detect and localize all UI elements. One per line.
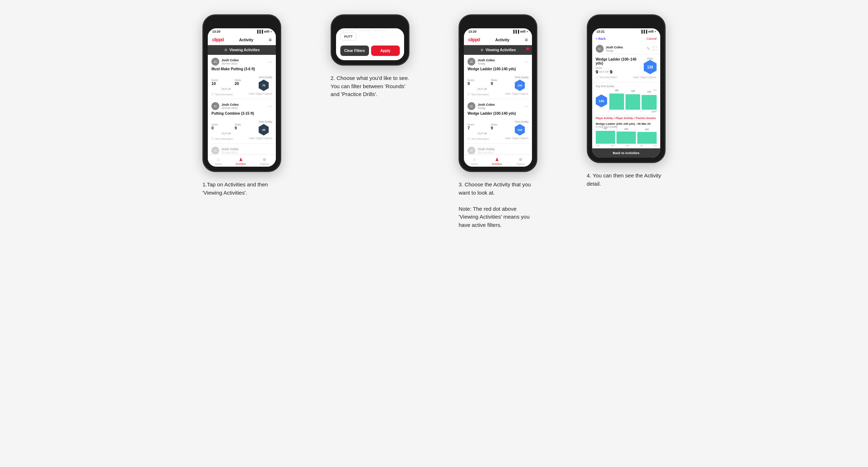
phone-screen-4: 13:21 ▐▐▐ wifi ▪ < Back Cancel JC xyxy=(592,28,660,158)
activity-banner-3[interactable]: ⚙ Viewing Activities xyxy=(464,45,532,55)
score-group-1-1: Score 10 xyxy=(211,79,218,86)
activity-card-3-3[interactable]: JC Josh Coles 28 Feb 2023 xyxy=(464,144,532,154)
detail-nav-4: < Back Cancel xyxy=(592,35,660,43)
user-name-3-3: Josh Coles xyxy=(478,147,495,151)
bottom-nav-3: ⌂ Home ♟ Activities ⊕ Capture xyxy=(464,154,532,167)
shots-group-1-2: Shots 9 xyxy=(235,123,241,130)
apply-button[interactable]: Apply xyxy=(371,46,400,56)
detail-chart-area-4: Avg Shot Quality 130 130 132 xyxy=(592,83,660,115)
bottom-nav-home-3[interactable]: ⌂ Home xyxy=(471,157,478,165)
activity-card-1-2[interactable]: JC Josh Coles 28 Feb 2023 ··· Putting Co… xyxy=(208,99,276,144)
bottom-nav-1: ⌂ Home ♟ Activities ⊕ Capture xyxy=(208,154,276,167)
phone-col-2: 13:21 ▐▐▐ wifi ▪ clippd Activity ≡ xyxy=(311,14,429,99)
user-date-3-2: Today xyxy=(478,106,495,110)
card-header-3-3: JC Josh Coles 28 Feb 2023 xyxy=(467,147,528,154)
drill-arg[interactable]: ARG xyxy=(373,28,388,31)
user-date-1-2: 28 Feb 2023 xyxy=(221,106,239,110)
shots-val-3-1: 9 xyxy=(491,81,497,86)
cancel-button-4[interactable]: Cancel xyxy=(647,37,657,40)
out-of-4: OUT OF xyxy=(599,71,609,73)
user-date-3-1: Today xyxy=(478,62,495,65)
shots-group-1-1: Shots 20 xyxy=(235,79,241,86)
activity-card-3-1[interactable]: JC Josh Coles Today ··· Wedge Ladder (10… xyxy=(464,55,532,99)
home-label-1: Home xyxy=(215,163,222,165)
drill-app[interactable]: APP xyxy=(356,28,371,31)
stats-row-1-2: Score 0 OUT OF Shots 9 Shot Quality 45 xyxy=(211,118,272,135)
status-icons-1: ▐▐▐ wifi ▪ xyxy=(256,30,272,33)
more-dots-3-1[interactable]: ··· xyxy=(524,59,529,64)
nav-menu-1[interactable]: ≡ xyxy=(269,37,272,43)
logo-3: clippd xyxy=(468,37,480,42)
info-text-4: Test Information xyxy=(599,76,617,80)
phone-3: 13:20 ▐▐▐ wifi ▪ clippd Activity ≡ ⚙ V xyxy=(459,14,537,172)
status-icons-3: ▐▐▐ wifi ▪ xyxy=(512,30,528,33)
chart-y-axis-4: 1401201008060 xyxy=(596,144,657,147)
out-of-3-2: OUT OF xyxy=(478,132,487,135)
phone-notch-3 xyxy=(485,20,510,26)
sq-badge-1-2: 45 xyxy=(259,124,269,135)
card-header-1-3: JC Josh Coles 28 Feb 2023 xyxy=(211,147,272,154)
lower-bar-chart-4: 132 129 124 xyxy=(596,129,657,144)
card-header-1-2: JC Josh Coles 28 Feb 2023 ··· xyxy=(211,102,272,110)
phone-screen-1: 13:20 ▐▐▐ wifi ▪ clippd Activity ≡ ⚙ V xyxy=(208,28,276,167)
drill-ott[interactable]: OTT xyxy=(340,28,355,31)
avatar-3-1: JC xyxy=(467,58,475,66)
phone-col-4: 13:21 ▐▐▐ wifi ▪ < Back Cancel JC xyxy=(567,14,685,188)
score-label-3-1: Score xyxy=(467,79,474,81)
more-dots-1-2[interactable]: ··· xyxy=(268,104,273,109)
shots-val-1-1: 20 xyxy=(235,81,241,86)
activities-icon-1: ♟ xyxy=(239,157,243,162)
bottom-nav-capture-3[interactable]: ⊕ Capture xyxy=(516,157,525,165)
more-dots-1-1[interactable]: ··· xyxy=(268,59,273,64)
info-row-1-2: ⓘ Test Information xyxy=(211,137,233,140)
info-text-1-1: Test Information xyxy=(215,93,233,96)
phone-notch-4 xyxy=(614,20,639,26)
card-title-3-1: Wedge Ladder (100-140 yds) xyxy=(467,67,528,71)
caption-2: 2. Choose what you'd like to see. You ca… xyxy=(331,74,409,99)
chart-with-hex-4: 130 130 132 129 xyxy=(596,89,657,113)
sq-group-1-1: Shot Quality 75 xyxy=(259,73,272,91)
lower-bar-val-3-4: 124 xyxy=(645,128,649,130)
phone-screen-3: 13:20 ▐▐▐ wifi ▪ clippd Activity ≡ ⚙ V xyxy=(464,28,532,167)
bar-2-4: 129 xyxy=(625,94,640,110)
score-group-3-2: Score 7 xyxy=(467,123,474,130)
shots-label-1-1: Shots xyxy=(235,79,241,81)
phone-screen-2: 13:21 ▐▐▐ wifi ▪ clippd Activity ≡ xyxy=(336,28,404,60)
filter-sheet: Filter ✕ Show Rounds Practice Drills Pra… xyxy=(336,28,404,60)
avatar-1-1: JC xyxy=(211,58,219,66)
banner-text-1: Viewing Activities xyxy=(230,48,260,52)
status-bar-3: 13:20 ▐▐▐ wifi ▪ xyxy=(464,28,532,35)
clear-filters-button[interactable]: Clear Filters xyxy=(340,46,369,56)
data-source-1-2: Data: Clippd Capture xyxy=(249,137,272,140)
back-to-activities-button-4[interactable]: Back to Activities xyxy=(592,148,660,158)
card-header-3-2: JC Josh Coles Today ··· xyxy=(467,102,528,110)
status-bar-1: 13:20 ▐▐▐ wifi ▪ xyxy=(208,28,276,35)
activity-card-3-2[interactable]: JC Josh Coles Today ··· Wedge Ladder (10… xyxy=(464,99,532,144)
bottom-nav-capture-1[interactable]: ⊕ Capture xyxy=(260,157,269,165)
back-button-4[interactable]: < Back xyxy=(596,37,606,40)
expand-icon-4[interactable]: ⛶ xyxy=(652,46,657,51)
chart-title-section-4: Wedge Ladder (100–140 yds) - 06 Mar 23 •… xyxy=(592,121,660,148)
user-date-3-3: 28 Feb 2023 xyxy=(478,151,495,154)
bottom-nav-home-1[interactable]: ⌂ Home xyxy=(215,157,222,165)
activity-banner-1[interactable]: ⚙ Viewing Activities xyxy=(208,45,276,55)
edit-icon-4[interactable]: ✎ xyxy=(647,46,650,51)
more-dots-3-2[interactable]: ··· xyxy=(524,104,529,109)
drill-putt[interactable]: PUTT xyxy=(340,33,357,40)
card-footer-3-2: ⓘ Test Information Data: Clippd Capture xyxy=(467,137,528,140)
activity-card-1-1[interactable]: JC Josh Coles 28 Feb 2023 ··· Must Make … xyxy=(208,55,276,99)
user-info-3-2: JC Josh Coles Today xyxy=(467,102,495,110)
shots-group-3-2: Shots 9 xyxy=(491,123,497,130)
info-row-3-2: ⓘ Test Information xyxy=(467,137,489,140)
bar-chart-4: 132 129 124 xyxy=(609,92,657,110)
sq-label-3-2: Shot Quality xyxy=(515,120,528,123)
shots-group-3-1: Shots 9 xyxy=(491,79,497,86)
user-name-3-1: Josh Coles xyxy=(478,58,495,62)
avatar-4: JC xyxy=(596,45,604,53)
bottom-nav-activities-1[interactable]: ♟ Activities xyxy=(236,157,246,165)
nav-menu-3[interactable]: ≡ xyxy=(525,37,528,43)
activity-card-1-3[interactable]: JC Josh Coles 28 Feb 2023 xyxy=(208,144,276,154)
bottom-nav-activities-3[interactable]: ♟ Activities xyxy=(492,157,502,165)
logo-1: clippd xyxy=(212,37,224,42)
data-source-3-2: Data: Clippd Capture xyxy=(505,137,528,140)
